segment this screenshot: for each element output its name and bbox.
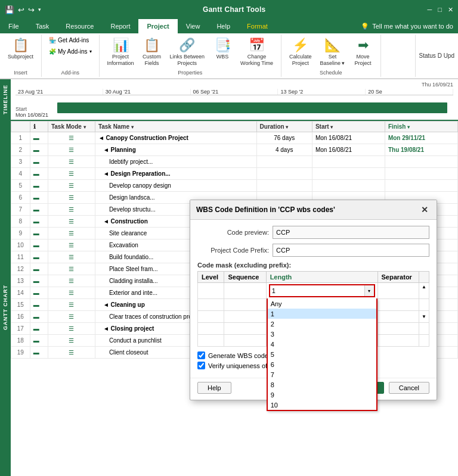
task-name-5[interactable]: Develop canopy design: [95, 179, 256, 191]
row-num-4: 4: [11, 167, 30, 179]
help-button[interactable]: Help: [197, 382, 231, 394]
col-start-header: Start ▾: [312, 121, 385, 132]
close-icon[interactable]: ✕: [448, 6, 453, 14]
tab-task[interactable]: Task: [27, 19, 58, 33]
timeline-start-date: Mon 16/08/21: [16, 112, 48, 118]
maximize-icon[interactable]: □: [438, 6, 442, 13]
scroll-down-icon[interactable]: ▼: [422, 314, 426, 319]
ribbon-group-addins: 🏪 Get Add-ins 🧩 My Add-ins ▾ Add-ins: [42, 35, 99, 77]
gantt-label: GANTT CHART: [0, 121, 11, 476]
tab-file[interactable]: File: [0, 19, 27, 33]
dropdown-item-3[interactable]: 3: [268, 329, 376, 339]
dropdown-item-8[interactable]: 8: [268, 379, 376, 390]
cancel-button[interactable]: Cancel: [389, 382, 429, 394]
properties-items: 📊 ProjectInformation 📋 CustomFields 🔗 Li…: [104, 36, 276, 69]
my-addins-button[interactable]: 🧩 My Add-ins ▾: [47, 47, 94, 56]
mask-table-header: Level Sequence Length Separator: [198, 272, 429, 283]
custom-fields-button[interactable]: 📋 CustomFields: [140, 36, 165, 69]
ribbon-tabs: File Task Resource Report Project View H…: [0, 19, 458, 33]
task-mode-4: ☰: [48, 167, 95, 179]
task-name-4[interactable]: ◄ Design Preparation...: [95, 167, 256, 179]
dropdown-item-5[interactable]: 5: [268, 349, 376, 359]
dialog-titlebar: WBS Code Definition in 'CCP wbs codes' ✕: [190, 200, 437, 220]
links-between-projects-button[interactable]: 🔗 Links BetweenProjects: [167, 36, 208, 69]
scroll-cell: ▲: [419, 283, 429, 299]
task-icon-15: ▬: [30, 298, 48, 310]
dropdown-item-7[interactable]: 7: [268, 369, 376, 379]
project-information-button[interactable]: 📊 ProjectInformation: [104, 36, 137, 69]
task-icon-18: ▬: [30, 334, 48, 346]
length-dropdown-arrow[interactable]: ▾: [364, 285, 374, 296]
row-num-2: 2: [11, 144, 30, 155]
row-num-7: 7: [11, 203, 30, 215]
dialog-title: WBS Code Definition in 'CCP wbs codes': [196, 206, 335, 214]
tab-project[interactable]: Project: [138, 19, 177, 33]
dropdown-item-6[interactable]: 6: [268, 359, 376, 369]
project-code-prefix-input[interactable]: [273, 244, 429, 257]
level-cell: [198, 283, 224, 299]
wbs-button[interactable]: 📑 WBS: [210, 36, 235, 62]
minimize-icon[interactable]: ─: [428, 6, 432, 13]
schedule-items: ⚡ CalculateProject 📐 SetBaseline ▾ ➡ Mov…: [286, 36, 376, 69]
dropdown-item-1[interactable]: 1: [268, 309, 376, 319]
undo-icon[interactable]: ↩: [18, 5, 24, 14]
save-icon[interactable]: 💾: [5, 5, 14, 14]
start-1: Mon 16/08/21: [312, 132, 385, 144]
code-preview-row: Code preview:: [197, 226, 429, 239]
tab-format[interactable]: Format: [239, 19, 276, 33]
row-num-3: 3: [11, 155, 30, 167]
level-cell-4: [198, 323, 224, 335]
custom-fields-icon: 📋: [144, 38, 160, 53]
wbs-icon: 📑: [215, 38, 231, 53]
dropdown-item-9[interactable]: 9: [268, 390, 376, 400]
dropdown-icon[interactable]: ▾: [38, 7, 41, 13]
tell-me-bar[interactable]: 💡 Tell me what you want to do: [356, 19, 458, 33]
row-num-11: 11: [11, 251, 30, 263]
scroll-cell-5: [419, 335, 429, 347]
dropdown-item-any[interactable]: Any: [268, 298, 376, 309]
task-name-3[interactable]: Idebtify project...: [95, 155, 256, 167]
generate-wbs-checkbox[interactable]: [197, 351, 205, 359]
task-name-1[interactable]: ◄ Canopy Construction Project: [95, 132, 256, 144]
dialog-close-button[interactable]: ✕: [419, 204, 431, 216]
change-working-time-button[interactable]: 📅 ChangeWorking Time: [237, 36, 276, 69]
sequence-cell-5: [224, 335, 266, 347]
row-num-1: 1: [11, 132, 30, 144]
get-addins-button[interactable]: 🏪 Get Add-ins: [47, 36, 91, 45]
redo-icon[interactable]: ↪: [28, 5, 35, 14]
task-mode-7: ☰: [48, 203, 95, 215]
sort-icon3: ▾: [286, 125, 288, 130]
move-project-button[interactable]: ➡ MoveProject: [351, 36, 376, 69]
tab-help[interactable]: Help: [208, 19, 239, 33]
dropdown-item-4[interactable]: 4: [268, 339, 376, 349]
sort-icon5: ▾: [407, 125, 410, 130]
lightbulb-icon: 💡: [361, 23, 369, 30]
set-baseline-button[interactable]: 📐 SetBaseline ▾: [317, 36, 348, 69]
subproject-button[interactable]: 📋 Subproject: [5, 36, 36, 62]
sequence-cell-4: [224, 323, 266, 335]
tab-view[interactable]: View: [178, 19, 209, 33]
task-icon-10: ▬: [30, 239, 48, 251]
puzzle-icon: 🧩: [49, 48, 56, 55]
schedule-label: Schedule: [320, 70, 342, 76]
app-title: Gantt Chart Tools: [203, 5, 266, 14]
dropdown-item-10[interactable]: 10: [268, 400, 376, 410]
dropdown-item-2[interactable]: 2: [268, 319, 376, 329]
scroll-up-icon[interactable]: ▲: [422, 284, 426, 290]
task-name-2[interactable]: ◄ Planning: [95, 144, 256, 155]
calculate-project-button[interactable]: ⚡ CalculateProject: [286, 36, 315, 69]
start-5: [312, 179, 385, 191]
task-mode-10: ☰: [48, 239, 95, 251]
dropdown-chevron-icon: ▾: [89, 49, 92, 54]
duration-1: 76 days: [256, 132, 312, 144]
verify-uniqueness-checkbox[interactable]: [197, 362, 205, 369]
code-preview-input[interactable]: [273, 226, 429, 239]
length-input-row: ▾: [269, 284, 375, 297]
timeline-start-label: Start: [16, 106, 27, 112]
length-input[interactable]: [270, 287, 364, 295]
col-num: [11, 121, 30, 132]
tab-report[interactable]: Report: [102, 19, 138, 33]
col-sequence: Sequence: [224, 272, 266, 283]
tab-resource[interactable]: Resource: [57, 19, 102, 33]
title-bar-left: 💾 ↩ ↪ ▾: [5, 5, 41, 14]
